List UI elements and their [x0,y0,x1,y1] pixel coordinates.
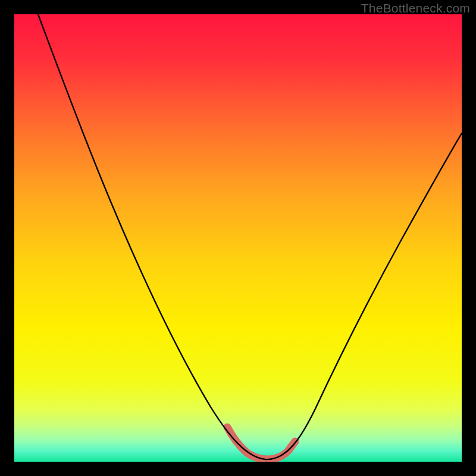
chart-plot-area [14,14,462,462]
gradient-background [14,14,462,462]
chart-svg [14,14,462,462]
watermark-text: TheBottleneck.com [361,1,470,15]
chart-frame: TheBottleneck.com [0,0,476,476]
